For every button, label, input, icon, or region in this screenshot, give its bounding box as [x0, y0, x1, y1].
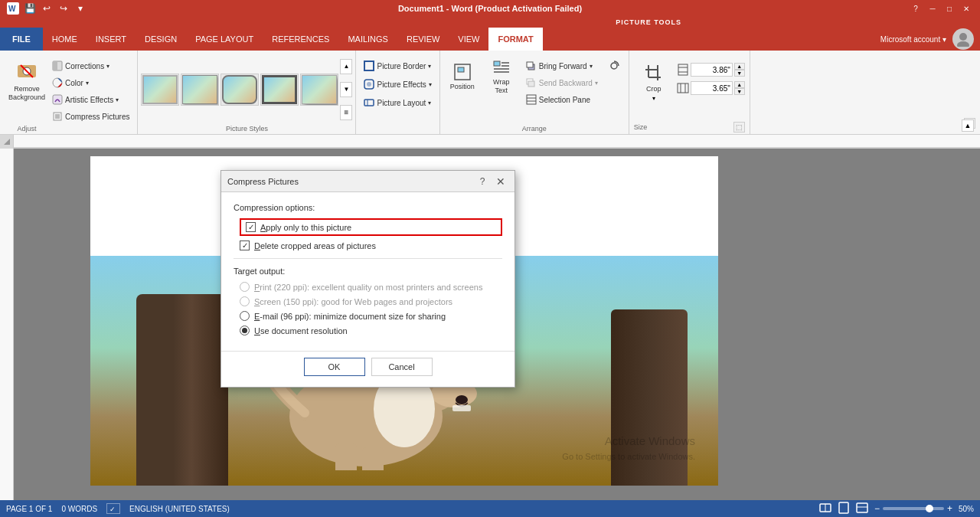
svg-rect-25 [527, 62, 533, 67]
picture-effects-button[interactable]: Picture Effects ▾ [361, 77, 434, 92]
wrap-text-button[interactable]: WrapText [483, 54, 520, 100]
picture-layout-button[interactable]: Picture Layout ▾ [361, 95, 434, 110]
ok-button[interactable]: OK [304, 358, 365, 376]
crop-button[interactable]: Crop ▾ [634, 57, 674, 109]
menu-tab-mailings[interactable]: MAILINGS [338, 28, 397, 51]
document-radio[interactable] [240, 326, 250, 335]
zoom-level[interactable]: 50% [959, 505, 974, 513]
style-thumb-4[interactable] [260, 74, 299, 106]
selection-pane-button[interactable]: Selection Pane [523, 92, 601, 107]
apply-only-row[interactable]: ✓ Apply only to this picture [240, 218, 502, 236]
style-thumb-5[interactable] [300, 74, 338, 106]
height-up[interactable]: ▲ [734, 63, 745, 70]
remove-background-button[interactable]: RemoveBackground [5, 54, 49, 109]
document-radio-row[interactable]: Use document resolution [240, 326, 502, 335]
maximize-button[interactable]: □ [942, 1, 957, 16]
styles-scroll-down[interactable]: ▼ [340, 82, 352, 97]
height-input[interactable]: 3.86" [691, 63, 733, 77]
print-radio[interactable] [240, 282, 250, 292]
zoom-in-button[interactable]: + [947, 503, 952, 514]
picture-border-button[interactable]: Picture Border ▾ [361, 58, 434, 74]
color-button[interactable]: Color ▾ [49, 75, 132, 90]
apply-only-checkbox[interactable]: ✓ [246, 222, 256, 232]
svg-rect-54 [335, 443, 357, 470]
minimize-button[interactable]: ─ [925, 1, 940, 16]
svg-text:✓: ✓ [109, 506, 116, 513]
email-radio[interactable] [240, 311, 250, 321]
rotate-icon [607, 59, 621, 73]
menu-tab-home[interactable]: HOME [43, 28, 87, 51]
menu-tab-references[interactable]: REFERENCES [263, 28, 338, 51]
width-spin-buttons: ▲ ▼ [734, 81, 745, 95]
corrections-button[interactable]: Corrections ▾ [49, 58, 132, 74]
style-thumb-2[interactable] [181, 74, 219, 106]
main-area: Activate Windows Go to Settings to activ… [0, 149, 980, 500]
read-mode-icon[interactable] [819, 502, 831, 515]
svg-rect-15 [364, 100, 374, 106]
customize-qa-icon[interactable]: ▾ [74, 2, 87, 15]
height-down[interactable]: ▼ [734, 70, 745, 77]
styles-more[interactable]: ≡ [340, 105, 352, 120]
menu-tab-design[interactable]: DESIGN [136, 28, 186, 51]
dialog-title-buttons: ? ✕ [475, 174, 508, 189]
help-button[interactable]: ? [908, 1, 923, 16]
crop-icon [644, 64, 664, 83]
zoom-thumb[interactable] [926, 505, 933, 512]
account-avatar[interactable] [952, 28, 974, 50]
screen-radio[interactable] [240, 296, 250, 306]
width-down[interactable]: ▼ [734, 88, 745, 95]
send-backward-button[interactable]: Send Backward ▾ [523, 75, 601, 90]
styles-scroll-up[interactable]: ▲ [340, 59, 352, 74]
bring-forward-button[interactable]: Bring Forward ▾ [523, 58, 601, 74]
tree-trunk-left [136, 294, 228, 486]
svg-rect-18 [458, 67, 464, 72]
menu-tab-format[interactable]: FORMAT [488, 28, 542, 51]
menu-tab-page-layout[interactable]: PAGE LAYOUT [186, 28, 263, 51]
close-button[interactable]: ✕ [959, 1, 974, 16]
screen-radio-row[interactable]: Screen (150 ppi): good for Web pages and… [240, 296, 502, 306]
email-radio-row[interactable]: E-mail (96 ppi): minimize document size … [240, 311, 502, 321]
delete-cropped-check: ✓ [242, 241, 248, 250]
dialog-close-button[interactable]: ✕ [493, 174, 508, 189]
menu-tab-file[interactable]: FILE [0, 28, 43, 51]
svg-point-3 [957, 41, 969, 47]
zoom-out-button[interactable]: − [874, 503, 880, 514]
delete-cropped-checkbox[interactable]: ✓ [240, 241, 250, 250]
undo-icon[interactable]: ↩ [40, 2, 54, 15]
rotate-button[interactable] [604, 58, 624, 74]
compress-pictures-button[interactable]: Compress Pictures [49, 109, 132, 124]
language-indicator: ENGLISH (UNITED STATES) [129, 505, 230, 513]
zoom-slider[interactable] [883, 507, 944, 510]
ruler-area [0, 135, 980, 149]
dialog-help-button[interactable]: ? [475, 174, 490, 189]
word-icon[interactable]: W [6, 2, 20, 15]
dialog-body: Compression options: ✓ Apply only to thi… [221, 192, 514, 351]
document-label: Use document resolution [254, 326, 348, 335]
print-layout-icon[interactable] [838, 502, 850, 515]
width-input[interactable]: 3.65" [691, 81, 733, 95]
menu-tab-view[interactable]: VIEW [449, 28, 488, 51]
position-button[interactable]: Position [445, 54, 480, 100]
ribbon-collapse-button[interactable]: ▲ [962, 119, 974, 132]
ruler-corner[interactable] [0, 135, 14, 149]
delete-cropped-row[interactable]: ✓ Delete cropped areas of pictures [240, 241, 502, 250]
width-icon [677, 82, 689, 94]
svg-rect-36 [678, 64, 688, 75]
redo-icon[interactable]: ↪ [57, 2, 70, 15]
cancel-button[interactable]: Cancel [371, 358, 433, 376]
style-thumb-3[interactable] [220, 74, 259, 106]
size-dialog-launcher[interactable]: ⬚ [733, 122, 745, 133]
proofing-icon[interactable]: ✓ [106, 503, 120, 514]
menu-tab-review[interactable]: REVIEW [397, 28, 449, 51]
account-button[interactable]: Microsoft account ▾ [880, 35, 946, 44]
svg-rect-57 [452, 405, 471, 411]
print-radio-row[interactable]: Print (220 ppi): excellent quality on mo… [240, 282, 502, 292]
web-layout-icon[interactable] [856, 502, 868, 515]
width-up[interactable]: ▲ [734, 81, 745, 88]
artistic-effects-button[interactable]: Artistic Effects ▾ [49, 92, 132, 107]
status-bar-right: − + 50% [819, 502, 974, 515]
selection-pane-icon [526, 94, 537, 105]
style-thumb-1[interactable] [141, 74, 179, 106]
menu-tab-insert[interactable]: INSERT [87, 28, 136, 51]
save-icon[interactable]: 💾 [23, 2, 37, 15]
